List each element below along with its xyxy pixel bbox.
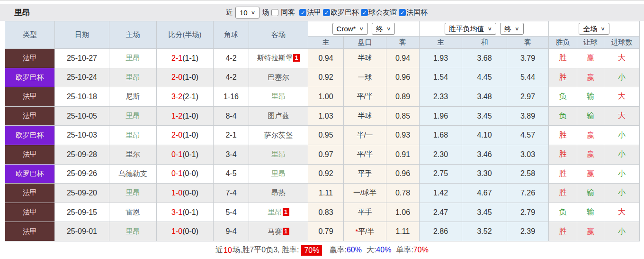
handicap-cell: *平/半 xyxy=(344,222,386,241)
league-cell: 欧罗巴杯 xyxy=(5,126,55,145)
odds-source-select[interactable]: Crow* ∨ xyxy=(332,23,368,35)
home-cell: 里尔 xyxy=(109,145,157,164)
same-away-checkbox[interactable] xyxy=(271,9,278,16)
home-team-link[interactable]: 里昂 xyxy=(126,227,140,235)
league-filter-checkbox[interactable]: ✓ xyxy=(323,9,330,16)
result-goals-cell: 小 xyxy=(604,126,640,145)
handicap-cell: 平/半 xyxy=(344,145,386,164)
handicap-cell: 平手 xyxy=(344,203,386,222)
odds-home-cell: 1.11 xyxy=(308,184,344,203)
col-type: 类型 xyxy=(5,21,55,49)
away-team-link[interactable]: 巴塞尔 xyxy=(268,73,289,81)
score-link[interactable]: 3-2 xyxy=(171,92,182,101)
avg-home-cell: 1.96 xyxy=(420,106,462,126)
away-team-link[interactable]: 马赛 xyxy=(268,227,282,235)
away-team-link[interactable]: 里昂 xyxy=(271,150,286,158)
col-away: 客场 xyxy=(249,21,308,49)
league-filter: ✓球会友谊 xyxy=(361,8,397,17)
home-team-link[interactable]: 雷恩 xyxy=(126,208,140,216)
home-cell: 里昂 xyxy=(109,68,157,87)
score-link[interactable]: 3-1 xyxy=(171,208,182,216)
avg-draw-cell: 3.45 xyxy=(462,203,507,222)
score-link[interactable]: 0-1 xyxy=(171,150,182,158)
table-row: 法甲 25-10-27 里昂 2-1(1-1) 4-2 斯特拉斯堡1 0.94 … xyxy=(5,49,640,68)
footer-prefix: 近 xyxy=(215,245,223,255)
footer-rate-value: 40% xyxy=(376,246,391,254)
scope-select[interactable]: 全场 ∨ xyxy=(579,23,609,35)
odds-source-value: Crow* xyxy=(337,24,356,33)
result-goals-cell: 大 xyxy=(604,49,640,68)
sub-header: 主 xyxy=(308,37,344,49)
away-team-link[interactable]: 里昂 xyxy=(268,208,282,216)
home-team-link[interactable]: 乌德勒支 xyxy=(119,169,147,177)
half-score: (1-0) xyxy=(182,73,198,81)
home-team-link[interactable]: 里昂 xyxy=(126,111,140,120)
footer-rate: 大:40% xyxy=(367,245,391,255)
avg-away-cell: 2.58 xyxy=(507,164,549,184)
league-filter-checkbox[interactable]: ✓ xyxy=(399,9,406,16)
avg-away-cell: 5.44 xyxy=(507,68,549,87)
date-cell: 25-09-01 xyxy=(55,222,109,241)
card-badge: 1 xyxy=(293,54,300,62)
footer-rate: 单率:70% xyxy=(396,245,428,255)
avg-away-cell: 2.97 xyxy=(507,87,549,107)
same-away-label: 同客 xyxy=(281,8,295,17)
sub-header: 客 xyxy=(386,37,420,49)
footer-rate-value: 60% xyxy=(347,246,362,254)
score-link[interactable]: 0-1 xyxy=(171,169,182,177)
result-handicap-cell: 赢 xyxy=(577,49,604,68)
home-team-link[interactable]: 里昂 xyxy=(126,131,140,139)
odds-home-cell: 0.95 xyxy=(308,126,344,145)
away-team-link[interactable]: 里昂 xyxy=(271,92,286,100)
result-handicap-cell: 输 xyxy=(577,184,604,203)
avg-home-cell: 2.30 xyxy=(420,145,462,164)
avg-draw-cell: 3.52 xyxy=(462,222,507,241)
home-team-link[interactable]: 里昂 xyxy=(126,73,140,81)
recent-count-select[interactable]: 10 ∨ xyxy=(235,7,259,18)
avg-metric-value: 胜平负均值 xyxy=(449,24,484,33)
score-link[interactable]: 1-0 xyxy=(171,227,182,235)
league-filter-checkbox[interactable]: ✓ xyxy=(299,9,306,16)
card-badge: 1 xyxy=(283,228,289,235)
away-team-link[interactable]: 斯特拉斯堡 xyxy=(257,54,293,62)
odds-away-cell: 0.91 xyxy=(386,145,420,164)
away-team-link[interactable]: 萨尔茨堡 xyxy=(264,131,293,139)
score-link[interactable]: 1-0 xyxy=(171,189,182,197)
away-team-link[interactable]: 里昂 xyxy=(271,169,286,177)
result-goals-cell: 大 xyxy=(604,203,640,222)
date-cell: 25-09-26 xyxy=(55,164,109,184)
league-filter-checkbox[interactable]: ✓ xyxy=(361,9,368,16)
result-goals-cell: 小 xyxy=(604,68,640,87)
avg-time-select[interactable]: 终 ∨ xyxy=(500,23,524,35)
odds-away-cell: 1.06 xyxy=(386,203,420,222)
recent-count-value: 10 xyxy=(240,8,248,17)
away-cell: 昂热 xyxy=(249,184,308,203)
avg-draw-cell: 3.30 xyxy=(462,164,507,184)
away-team-link[interactable]: 图卢兹 xyxy=(268,111,289,120)
score-link[interactable]: 2-0 xyxy=(171,73,182,81)
avg-away-cell: 7.26 xyxy=(507,184,549,203)
date-cell: 25-10-24 xyxy=(55,68,109,87)
avg-metric-select[interactable]: 胜平负均值 ∨ xyxy=(445,23,497,35)
home-cell: 乌德勒支 xyxy=(109,164,157,184)
corners-cell: 8-4 xyxy=(214,106,249,126)
result-goals-cell: 小 xyxy=(604,164,640,184)
odds-time-select[interactable]: 终 ∨ xyxy=(372,23,395,35)
home-team-link[interactable]: 尼斯 xyxy=(126,92,140,100)
table-row: 法甲 25-09-20 里昂 1-0(0-0) 7-4 昂热 1.11 一/球半… xyxy=(5,184,640,203)
home-team-link[interactable]: 里尔 xyxy=(126,150,140,158)
home-team-link[interactable]: 里昂 xyxy=(126,54,140,62)
home-cell: 雷恩 xyxy=(109,203,157,222)
odds-away-cell: 0.94 xyxy=(386,49,420,68)
avg-away-cell: 3.03 xyxy=(507,145,549,164)
odds-group-header: Crow* ∨ 终 ∨ xyxy=(308,21,420,37)
star-icon: * xyxy=(355,227,358,235)
home-team-link[interactable]: 里昂 xyxy=(126,188,140,196)
score-link[interactable]: 2-0 xyxy=(171,131,182,139)
corners-cell: 4-2 xyxy=(214,68,249,87)
away-team-link[interactable]: 昂热 xyxy=(271,188,286,196)
corners-cell: 9-4 xyxy=(214,222,249,241)
league-filter-label: 法甲 xyxy=(307,8,321,17)
score-link[interactable]: 2-1 xyxy=(171,54,182,62)
score-link[interactable]: 1-2 xyxy=(171,112,182,120)
